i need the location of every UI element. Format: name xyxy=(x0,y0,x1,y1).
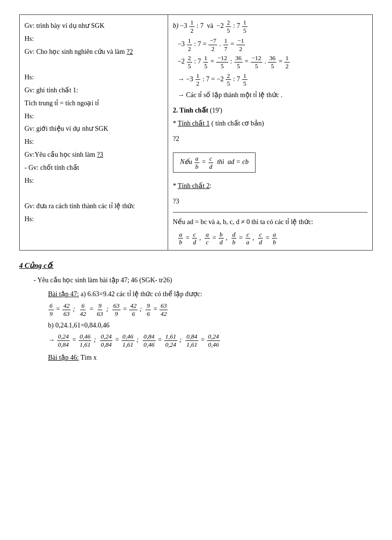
tc1-header: * Tính chất 1 ( tính chất cơ bản) xyxy=(173,118,368,129)
calc-line-1: −3 12 : 7 = −72 . 17 = −12 xyxy=(178,37,368,52)
tc1-label: Tính chất 1 xyxy=(178,120,210,127)
gv-line-2: Gv: Cho học sinh nghiên cứu và làm ?2 xyxy=(24,46,163,58)
bt47-fractions: 69 = 4263 ; 642 = 963 ; 639 = 426 ; 96 =… xyxy=(48,302,373,317)
hs-line-2: Hs: xyxy=(24,72,163,83)
gv-line-1: Gv: trình bày ví dụ như SGK xyxy=(24,20,163,32)
gv-line-7: - Gv: chốt tính chất xyxy=(24,162,163,174)
right-column: b) −3 12 : 7 và −2 25 : 7 15 −3 12 : 7 =… xyxy=(168,15,372,251)
part-b-expr1: −3 12 : 7 và −2 25 : 7 15 xyxy=(180,22,248,29)
bt47-header: Bài tập 47: a) 6.63=9.42 các tỉ lệ thức … xyxy=(48,288,373,300)
tc2-text: Nếu ad = bc và a, b, c, d ≠ 0 thì ta có … xyxy=(173,216,368,228)
section2-time: (19') xyxy=(210,107,222,114)
bt47-b-label: b) 0,24.1,61=0,84.0,46 xyxy=(48,319,373,331)
main-table: Gv: trình bày ví dụ như SGK Hs: Gv: Cho … xyxy=(19,14,373,251)
gv-line-6: Gv:Yêu cầu học sinh làm ?3 xyxy=(24,149,163,161)
left-column: Gv: trình bày ví dụ như SGK Hs: Gv: Cho … xyxy=(20,15,168,251)
tc2-content: Nếu ad = bc và a, b, c, d ≠ 0 thì ta có … xyxy=(173,212,368,246)
gv-line-5: Gv: giới thiệu ví dụ như SGK xyxy=(24,123,163,135)
hs-line-6: Hs: xyxy=(24,213,163,225)
gv-line-8: Gv: đưa ra cách tính thành các tỉ lệ thứ… xyxy=(24,201,163,212)
prop-box-container: Nếu ab = cd thì ad = cb xyxy=(173,150,368,176)
gv-line-3: Gv: ghi tính chất 1: xyxy=(24,85,163,96)
part-b-label: b) xyxy=(173,22,180,29)
section2-title: 2. Tính chất xyxy=(173,107,208,114)
requirement-line: - Yêu cầu học sinh làm bài tập 47; 46 (S… xyxy=(34,274,373,286)
q2-block: ?2 xyxy=(173,133,368,145)
calc-line-2: −2 25 : 7 15 = −125 : 365 = −125 . 365 =… xyxy=(178,54,368,70)
tc1-note: ( tính chất cơ bản) xyxy=(211,120,264,127)
section4-title: 4 Củng cố: xyxy=(19,259,373,272)
part-b: b) −3 12 : 7 và −2 25 : 7 15 xyxy=(173,19,368,34)
arrow-line-1: → −3 12 : 7 = −2 25 : 7 15 xyxy=(178,72,368,88)
tc2-header: * Tính chất 2: xyxy=(173,180,368,192)
tc2-label: Tính chất 2 xyxy=(178,182,210,189)
section2-header: 2. Tính chất (19') xyxy=(173,105,368,116)
bt47-b-arrow: → 0,240,84 = 0,461,61 ; 0,240,84 = 0,461… xyxy=(48,333,373,348)
hs-line-4: Hs: xyxy=(24,136,163,148)
q3-block: ?3 xyxy=(173,196,368,207)
hs-line-3: Hs: xyxy=(24,111,163,122)
hs-line-5: Hs: xyxy=(24,175,163,187)
bottom-section: 4 Củng cố: - Yêu cầu học sinh làm bài tậ… xyxy=(19,259,373,364)
bt46-header: Bài tập 46: Tìm x xyxy=(48,352,373,364)
tc2-fractions: ab = cd , ac = bd , db = ca , cd = ab xyxy=(178,231,368,246)
gv-line-4: Tích trung tỉ = tích ngoại tỉ xyxy=(24,98,163,109)
left-content: Gv: trình bày ví dụ như SGK Hs: Gv: Cho … xyxy=(24,20,163,225)
hs-line-1: Hs: xyxy=(24,33,163,45)
q2-label: ?2 xyxy=(173,135,179,142)
property-box: Nếu ab = cd thì ad = cb xyxy=(173,152,256,173)
q3-label: ?3 xyxy=(173,198,179,205)
arrow-conclusion: → Các tỉ số lập thành một tỉ lệ thức . xyxy=(178,89,368,101)
